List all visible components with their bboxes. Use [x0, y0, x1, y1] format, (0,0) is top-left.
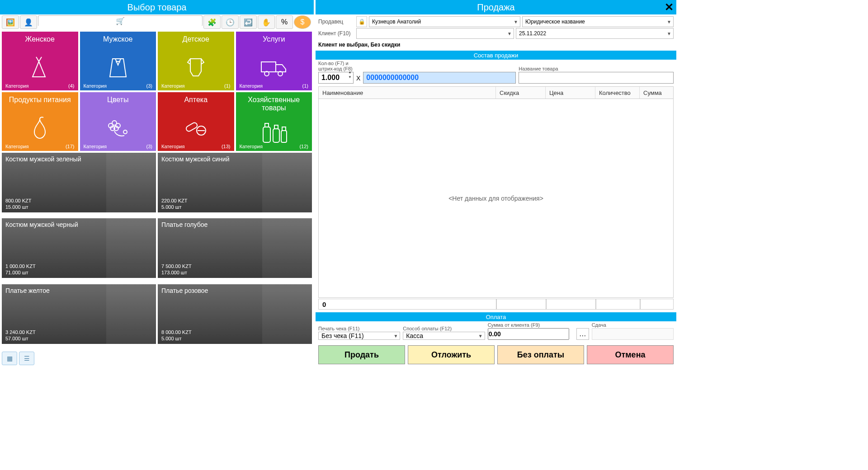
print-select[interactable]: Без чека (F11) ▼ — [318, 332, 400, 340]
toolbar-cart-icon[interactable]: 🛒 — [38, 15, 203, 26]
barcode-input[interactable] — [363, 72, 516, 84]
name-label: Название товара — [519, 66, 674, 71]
product-qty: 71.000 шт — [5, 270, 28, 275]
seller-value: Кузнецов Анатолий — [372, 19, 421, 25]
category-title: Хозяйственные товары — [240, 96, 309, 112]
category-tile-7[interactable]: Хозяйственные товарыКатегория(12) — [236, 92, 312, 151]
product-price: 1 000.00 KZT — [5, 263, 36, 269]
toolbar-clock-icon[interactable]: 🕒 — [222, 15, 239, 29]
entity-value: Юридическое название — [525, 19, 585, 25]
category-tile-4[interactable]: Продукты питанияКатегория(17) — [2, 92, 78, 151]
category-tile-0[interactable]: ЖенскоеКатегория(4) — [2, 32, 78, 90]
category-label: Категория — [84, 144, 107, 149]
qty-down-icon[interactable]: ▼ — [347, 75, 353, 80]
category-title: Аптека — [184, 96, 208, 104]
product-price: 800.00 KZT — [5, 198, 31, 203]
category-label: Категория — [5, 83, 28, 89]
name-input[interactable] — [519, 72, 674, 84]
right-title: Продажа — [477, 2, 514, 13]
print-label: Печать чека (F11) — [318, 326, 400, 331]
dress-icon — [26, 45, 53, 89]
toolbar-puzzle-icon[interactable]: 🧩 — [203, 15, 221, 29]
category-count: (12) — [299, 144, 308, 149]
seller-select[interactable]: Кузнецов Анатолий ▼ — [369, 16, 520, 27]
client-status: Клиент не выбран, Без скидки — [316, 41, 676, 51]
category-tile-1[interactable]: МужскоеКатегория(3) — [80, 32, 156, 90]
lock-icon[interactable]: 🔒 — [356, 16, 367, 27]
product-qty: 5.000 шт — [161, 204, 181, 210]
toolbar-dollar-icon[interactable]: $ — [294, 15, 311, 29]
product-tile-4[interactable]: Платье желтое3 240.00 KZT57.000 шт — [2, 284, 156, 344]
product-qty: 15.000 шт — [5, 204, 28, 210]
date-value: 25.11.2022 — [519, 30, 546, 37]
caret-down-icon: ▼ — [393, 334, 398, 338]
category-label: Категория — [5, 144, 28, 149]
product-tile-2[interactable]: Костюм мужской черный1 000.00 KZT71.000 … — [2, 218, 156, 278]
view-grid-button[interactable]: ▦ — [2, 352, 17, 365]
paymode-label: Способ оплаты (F12) — [403, 326, 485, 331]
close-icon[interactable]: ✕ — [665, 1, 674, 14]
category-label: Категория — [161, 144, 184, 149]
total-disc — [496, 299, 546, 310]
category-label: Категория — [240, 83, 263, 89]
product-grid: Костюм мужской зеленый800.00 KZT15.000 ш… — [0, 153, 314, 350]
pear-icon — [28, 106, 51, 149]
caret-down-icon: ▼ — [507, 31, 512, 36]
category-tile-3[interactable]: УслугиКатегория(1) — [236, 32, 312, 90]
left-title-bar: Выбор товара — [0, 0, 314, 14]
product-selection-panel: Выбор товара 🖼️ 👤 🛒 🧩 🕒 ↩️ ✋ % $ Женское… — [0, 0, 316, 367]
sale-section-header: Состав продажи — [316, 51, 676, 60]
svg-rect-0 — [261, 62, 276, 72]
entry-row: Кол-во (F7) и штрих-код (F8) ▲ ▼ X Назва… — [316, 60, 676, 86]
caret-down-icon: ▼ — [667, 19, 671, 24]
category-tile-6[interactable]: АптекаКатегория(13) — [158, 92, 234, 151]
amount-label: Сумма от клиента (F9) — [488, 322, 574, 328]
paymode-select[interactable]: Касса ▼ — [403, 332, 485, 340]
view-list-button[interactable]: ☰ — [19, 352, 34, 365]
toolbar-picture-icon[interactable]: 🖼️ — [2, 15, 19, 29]
product-tile-0[interactable]: Костюм мужской зеленый800.00 KZT15.000 ш… — [2, 153, 156, 212]
amount-more-button[interactable]: … — [576, 328, 589, 340]
date-select[interactable]: 25.11.2022 ▼ — [516, 28, 674, 39]
category-label: Категория — [84, 83, 107, 89]
toolbar-undo-icon[interactable]: ↩️ — [240, 15, 257, 29]
category-title: Женское — [25, 35, 55, 43]
svg-rect-9 — [185, 122, 198, 132]
qty-up-icon[interactable]: ▲ — [347, 70, 353, 75]
category-tile-2[interactable]: ДетскоеКатегория(1) — [158, 32, 234, 90]
entity-select[interactable]: Юридическое название ▼ — [522, 16, 674, 27]
paymode-value: Касса — [406, 332, 423, 339]
suit-icon — [104, 45, 132, 89]
total-qty — [596, 299, 640, 310]
nopay-button[interactable]: Без оплаты — [497, 345, 584, 364]
seller-label: Продавец — [318, 19, 354, 25]
category-title: Цветы — [107, 96, 128, 104]
category-count: (1) — [224, 83, 230, 89]
product-qty: 57.000 шт — [5, 336, 28, 341]
multiply-label: X — [356, 75, 360, 84]
client-select[interactable]: ▼ — [356, 28, 514, 39]
print-value: Без чека (F11) — [321, 332, 364, 339]
sale-table-totals: 0 — [318, 299, 674, 310]
sell-button[interactable]: Продать — [318, 345, 405, 364]
category-tile-5[interactable]: ЦветыКатегория(3) — [80, 92, 156, 151]
cancel-button[interactable]: Отмена — [587, 345, 674, 364]
sale-table-header: Наименование Скидка Цена Количество Сумм… — [318, 86, 674, 99]
toolbar-hand-icon[interactable]: ✋ — [258, 15, 275, 29]
toolbar-percent-icon[interactable]: % — [276, 15, 293, 29]
product-tile-5[interactable]: Платье розовое8 000.00 KZT5.000 шт — [158, 284, 312, 344]
hold-button[interactable]: Отложить — [408, 345, 495, 364]
product-qty: 5.000 шт — [161, 336, 181, 341]
total-price — [546, 299, 596, 310]
svg-rect-15 — [281, 131, 287, 142]
col-sum: Сумма — [640, 87, 673, 99]
flower-icon — [104, 106, 132, 149]
toolbar-person-icon[interactable]: 👤 — [20, 15, 37, 29]
truck-icon — [259, 45, 288, 89]
product-tile-3[interactable]: Платье голубое7 500.00 KZT173.000 шт — [158, 218, 312, 278]
product-tile-1[interactable]: Костюм мужской синий220.00 KZT5.000 шт — [158, 153, 312, 212]
svg-rect-14 — [274, 125, 278, 129]
amount-input[interactable] — [488, 328, 569, 340]
product-price: 3 240.00 KZT — [5, 329, 36, 335]
category-grid: ЖенскоеКатегория(4)МужскоеКатегория(3)Де… — [0, 30, 314, 153]
